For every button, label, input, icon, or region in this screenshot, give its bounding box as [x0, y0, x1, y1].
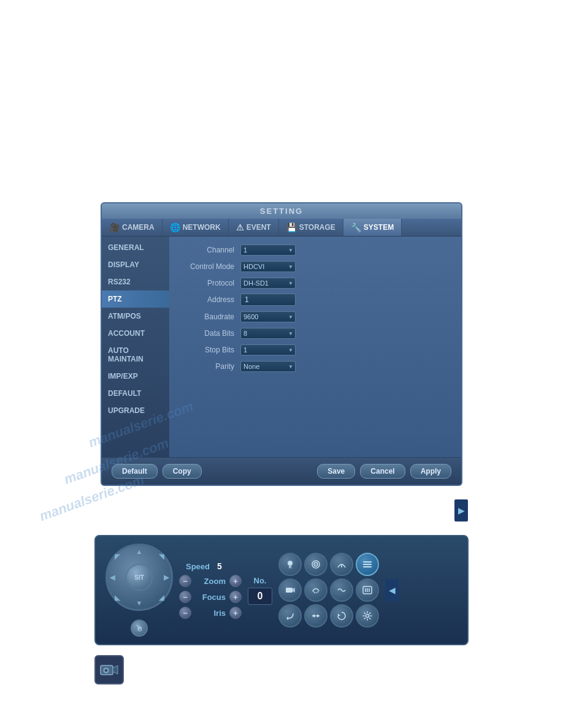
data-bits-row: Data Bits 8765 [179, 327, 451, 339]
stop-bits-row: Stop Bits 12 [179, 344, 451, 355]
ptz-lamp-button[interactable] [278, 553, 302, 576]
form-area: Channel 1234 Control Mode HDCVIHDCVI2Coa… [169, 237, 461, 457]
protocol-select[interactable]: DH-SD1PELCO-DPELCO-P [240, 278, 296, 289]
sidebar-item-default[interactable]: DEFAULT [102, 385, 169, 402]
default-button[interactable]: Default [112, 464, 158, 479]
sidebar-item-account[interactable]: ACCOUNT [102, 325, 169, 342]
ptz-camera3-button[interactable] [278, 578, 302, 602]
ptz-collapse-arrow-button[interactable]: ◀ [385, 579, 399, 601]
zoom-minus-button[interactable]: − [179, 575, 191, 587]
iris-label: Iris [195, 609, 226, 618]
parity-select[interactable]: NoneOddEven [240, 361, 296, 372]
svg-rect-10 [286, 588, 293, 593]
focus-label: Focus [195, 593, 226, 602]
sidebar-item-imp-exp[interactable]: IMP/EXP [102, 368, 169, 385]
ptz-reset-button[interactable] [330, 604, 353, 628]
copy-button[interactable]: Copy [163, 464, 202, 479]
svg-marker-16 [286, 616, 288, 620]
sidebar-item-general[interactable]: GENERAL [102, 239, 169, 256]
svg-point-5 [315, 564, 316, 565]
tab-camera[interactable]: 🎥 CAMERA [102, 219, 163, 236]
zoom-row: − Zoom + [179, 575, 242, 587]
mouse-button[interactable]: 🖱 [131, 620, 148, 637]
svg-point-21 [366, 615, 369, 618]
parity-select-wrapper: NoneOddEven [240, 360, 296, 372]
sidebar: GENERAL DISPLAY RS232 PTZ ATM/POS ACCOUN… [102, 237, 169, 457]
channel-select[interactable]: 1234 [240, 245, 296, 256]
zoom-plus-button[interactable]: + [229, 575, 242, 587]
settings-title: SETTING [260, 207, 303, 216]
sidebar-item-upgrade[interactable]: UPGRADE [102, 402, 169, 419]
dpad: ◤ ▲ ◥ ◀ SIT ▶ ◣ ▼ ◢ [105, 544, 173, 611]
focus-minus-button[interactable]: − [179, 591, 191, 603]
storage-icon: 💾 [286, 222, 297, 232]
svg-rect-2 [289, 567, 292, 569]
address-input[interactable] [240, 294, 296, 306]
baudrate-row: Baudrate 96001152003840019200 [179, 311, 451, 322]
sidebar-item-display[interactable]: DISPLAY [102, 256, 169, 273]
ptz-buttons-grid [278, 553, 379, 628]
stop-bits-select[interactable]: 12 [240, 344, 296, 355]
stop-bits-label: Stop Bits [179, 346, 240, 354]
svg-point-25 [105, 669, 107, 672]
camera-svg-icon [100, 663, 118, 677]
svg-marker-11 [293, 588, 295, 593]
address-row: Address [179, 294, 451, 306]
tab-system-label: SYSTEM [364, 223, 394, 232]
tab-system[interactable]: 🔧 SYSTEM [343, 219, 402, 236]
ptz-target-button[interactable] [304, 553, 327, 576]
no-value: 0 [248, 588, 272, 605]
dpad-right-button[interactable]: ▶ [164, 574, 169, 582]
ptz-settings-button[interactable] [356, 604, 379, 628]
control-mode-label: Control Mode [179, 262, 240, 271]
sidebar-item-rs232[interactable]: RS232 [102, 273, 169, 290]
iris-minus-button[interactable]: − [179, 607, 191, 619]
iris-plus-button[interactable]: + [229, 607, 242, 619]
ptz-menu-button[interactable] [356, 553, 379, 576]
tab-event[interactable]: ⚠ EVENT [229, 219, 279, 236]
save-button[interactable]: Save [317, 464, 355, 479]
expand-arrow-button[interactable] [454, 499, 468, 521]
ptz-wiper-button[interactable] [330, 553, 353, 576]
network-icon: 🌐 [170, 222, 180, 232]
data-bits-select[interactable]: 8765 [240, 328, 296, 339]
parity-row: Parity NoneOddEven [179, 360, 451, 372]
settings-title-bar: SETTING [102, 203, 461, 219]
focus-row: − Focus + [179, 591, 242, 603]
dpad-down-button[interactable]: ▼ [136, 599, 143, 607]
svg-rect-7 [363, 561, 372, 563]
sidebar-item-atm-pos[interactable]: ATM/POS [102, 308, 169, 325]
speed-row: Speed 5 [179, 561, 242, 571]
dpad-up-button[interactable]: ▲ [136, 548, 143, 555]
control-mode-select[interactable]: HDCVIHDCVI2Coaxial [240, 261, 296, 272]
baudrate-select[interactable]: 96001152003840019200 [240, 311, 296, 322]
dpad-upleft-button[interactable]: ◤ [115, 553, 120, 561]
svg-rect-1 [289, 566, 291, 567]
dpad-center-button[interactable]: SIT [126, 564, 153, 591]
ptz-flip-button[interactable] [304, 578, 327, 602]
dpad-downleft-button[interactable]: ◣ [115, 594, 120, 602]
bottom-camera-icon [94, 655, 124, 684]
dpad-upright-button[interactable]: ◥ [159, 553, 164, 561]
ptz-aux-button[interactable] [356, 578, 379, 602]
tab-network[interactable]: 🌐 NETWORK [163, 219, 229, 236]
dpad-left-button[interactable]: ◀ [110, 574, 115, 582]
svg-marker-20 [338, 613, 340, 616]
cancel-button[interactable]: Cancel [360, 464, 405, 479]
svg-marker-23 [113, 665, 118, 674]
ptz-pattern-button[interactable] [330, 578, 353, 602]
szfi-controls: Speed 5 − Zoom + − Focus + − Iris + [179, 559, 242, 621]
tab-storage[interactable]: 💾 STORAGE [279, 219, 343, 236]
sidebar-item-ptz[interactable]: PTZ [102, 290, 169, 308]
focus-plus-button[interactable]: + [229, 591, 242, 603]
apply-button[interactable]: Apply [410, 464, 451, 479]
sidebar-item-auto-maintain[interactable]: AUTO MAINTAIN [102, 342, 169, 368]
ptz-linear-button[interactable] [304, 604, 327, 628]
dpad-downright-button[interactable]: ◢ [159, 594, 164, 602]
control-mode-select-wrapper: HDCVIHDCVI2Coaxial [240, 260, 296, 272]
ptz-rewind-button[interactable] [278, 604, 302, 628]
protocol-row: Protocol DH-SD1PELCO-DPELCO-P [179, 277, 451, 289]
camera-icon: 🎥 [109, 222, 120, 232]
speed-value: 5 [213, 561, 226, 571]
data-bits-select-wrapper: 8765 [240, 327, 296, 339]
